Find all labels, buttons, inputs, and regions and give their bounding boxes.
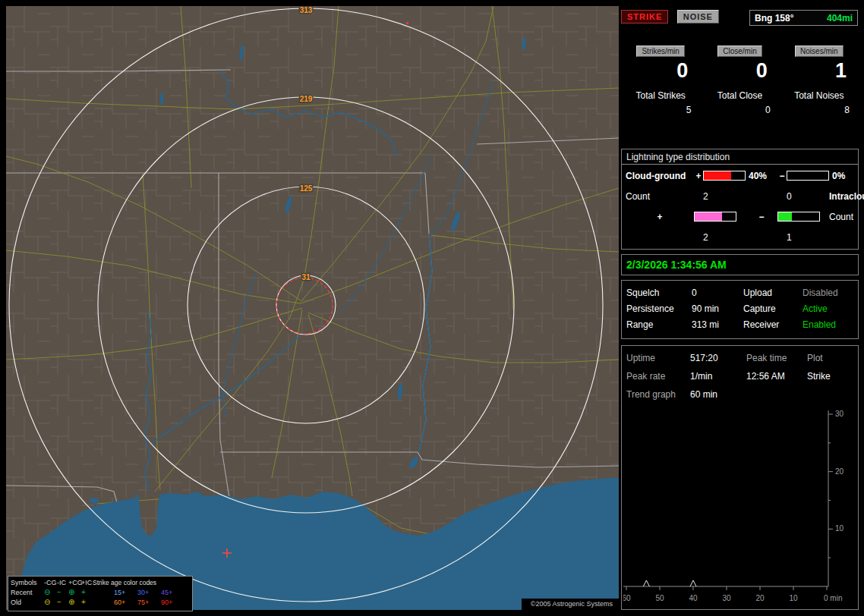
noises-per-min-label: Noises/min	[795, 46, 843, 57]
svg-text:20: 20	[755, 594, 765, 602]
bearing-box: Bng 158° 404mi	[749, 10, 858, 26]
svg-text:40: 40	[689, 594, 698, 602]
close-column: Close/min 0 Total Close 0	[700, 46, 779, 115]
legend-age-header: Strike age color codes	[93, 578, 184, 588]
upload-status: Disabled	[803, 288, 853, 298]
distribution-title: Lightning type distribution	[622, 149, 858, 165]
svg-text:30: 30	[835, 410, 844, 418]
strikes-column: Strikes/min 0 Total Strikes 5	[621, 46, 700, 115]
copyright-text: ©2005 Astrogenic Systems	[522, 599, 619, 610]
ic-plus-bar	[694, 212, 736, 222]
neg-ic-recent-icon: −	[57, 588, 68, 598]
count-label: Count	[626, 191, 694, 202]
strikes-per-min-value: 0	[676, 59, 688, 82]
age-code: 15+	[114, 588, 137, 598]
ic-minus-count: 1	[787, 232, 829, 243]
cloud-ground-label: Cloud-ground	[626, 171, 694, 181]
total-noises-label: Total Noises	[794, 90, 844, 101]
peak-time-label: Peak time	[746, 353, 807, 363]
age-code: 30+	[137, 588, 161, 598]
svg-text:50: 50	[655, 594, 664, 602]
svg-text:60: 60	[623, 594, 631, 602]
pos-cg-recent-icon: ⊕	[68, 588, 81, 598]
trend-graph-label: Trend graph	[626, 389, 690, 400]
total-close-value: 0	[765, 105, 771, 115]
range-ring-label: 31	[301, 273, 311, 281]
count-label: Count	[829, 212, 864, 222]
svg-text:0 min: 0 min	[824, 594, 842, 602]
range-value: 313 mi	[692, 319, 743, 330]
legend-spacer	[93, 598, 114, 608]
minus-sign: −	[777, 171, 787, 181]
squelch-value: 0	[692, 288, 743, 298]
total-close-label: Total Close	[717, 90, 762, 101]
squelch-label: Squelch	[626, 288, 692, 298]
indicator-bar: STRIKE NOISE Bng 158° 404mi	[621, 10, 859, 27]
svg-text:20: 20	[835, 467, 844, 476]
svg-text:30: 30	[722, 594, 731, 602]
upload-label: Upload	[743, 288, 803, 298]
noise-indicator[interactable]: NOISE	[677, 10, 719, 24]
peak-time-value: 12:56 AM	[746, 371, 807, 382]
cg-minus-count: 0	[787, 191, 829, 202]
map-canvas[interactable]: 313 219 125 31	[6, 6, 619, 610]
svg-text:10: 10	[789, 594, 798, 602]
distribution-box: Lightning type distribution Cloud-ground…	[621, 149, 859, 250]
strikes-per-min-label: Strikes/min	[636, 46, 684, 57]
intracloud-label: Intracloud	[829, 191, 864, 202]
neg-ic-old-icon: −	[57, 598, 68, 608]
legend-col-header: -IC	[57, 578, 68, 588]
strike-indicator[interactable]: STRIKE	[621, 10, 668, 24]
legend-row-label: Old	[11, 598, 44, 608]
ic-plus-count: 2	[703, 232, 746, 243]
noises-per-min-value: 1	[835, 59, 847, 82]
neg-cg-old-icon: ⊖	[44, 598, 57, 608]
lightning-map: 313 219 125 31 Symbols -CG -IC +CG +IC S…	[6, 6, 619, 610]
trend-graph-data: 3020106050403020100 min	[623, 410, 844, 602]
capture-status: Active	[803, 303, 853, 314]
peak-rate-value: 1/min	[690, 371, 746, 382]
close-per-min-value: 0	[756, 59, 768, 82]
pos-ic-old-icon: +	[81, 598, 93, 608]
cg-plus-pct: 40%	[746, 171, 777, 181]
trend-graph-plot: 3020106050403020100 min	[623, 407, 856, 608]
capture-label: Capture	[743, 303, 803, 314]
range-ring-label: 125	[300, 184, 313, 193]
cg-plus-count: 2	[703, 191, 746, 202]
legend-col-header: +CG	[68, 578, 81, 588]
receiver-status: Enabled	[803, 319, 853, 330]
range-ring-label: 313	[300, 6, 313, 14]
receiver-label: Receiver	[743, 319, 803, 330]
age-code: 45+	[161, 588, 184, 598]
age-code: 90+	[161, 598, 184, 608]
uptime-label: Uptime	[626, 353, 690, 363]
legend-col-header: +IC	[81, 578, 93, 588]
uptime-value: 517:20	[690, 353, 746, 363]
range-label: Range	[626, 319, 692, 330]
close-per-min-label: Close/min	[717, 46, 762, 57]
bearing-value: Bng 158°	[755, 13, 793, 24]
plot-label: Plot	[807, 353, 853, 363]
noise-marker	[406, 22, 408, 24]
map-legend: Symbols -CG -IC +CG +IC Strike age color…	[8, 576, 193, 611]
total-noises-value: 8	[844, 105, 850, 115]
trend-graph-value: 60 min	[690, 389, 853, 400]
datetime-box: 2/3/2026 1:34:56 AM	[621, 254, 859, 275]
plot-value: Strike	[807, 371, 853, 382]
trend-axes	[623, 410, 828, 586]
persistence-label: Persistence	[626, 303, 692, 314]
noises-column: Noises/min 1 Total Noises 8	[780, 46, 859, 115]
rate-columns: Strikes/min 0 Total Strikes 5 Close/min …	[621, 46, 859, 115]
plus-sign: +	[626, 212, 694, 222]
status-panel: STRIKE NOISE Bng 158° 404mi Strikes/min …	[621, 6, 859, 610]
cg-plus-bar	[703, 171, 746, 181]
svg-text:10: 10	[835, 524, 844, 533]
range-ring-label: 219	[300, 95, 313, 103]
total-strikes-label: Total Strikes	[635, 90, 685, 101]
plus-sign: +	[694, 171, 703, 181]
app-window: 313 219 125 31 Symbols -CG -IC +CG +IC S…	[0, 0, 864, 616]
age-code: 75+	[137, 598, 161, 608]
distribution-table: Cloud-ground + 40% − 0% Count 2 0 Intrac…	[622, 165, 858, 247]
legend-row-label: Recent	[11, 588, 44, 598]
legend-spacer	[93, 588, 114, 598]
